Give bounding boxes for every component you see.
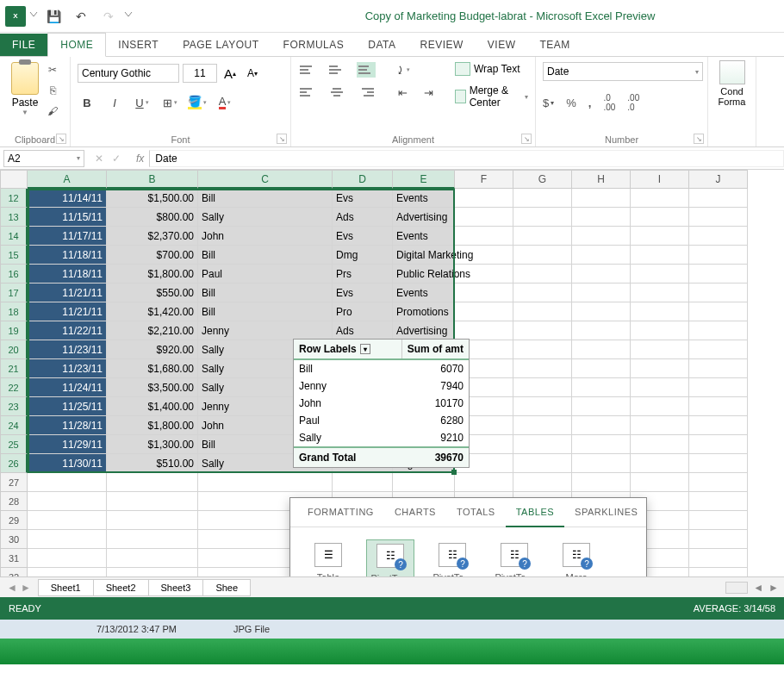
cell[interactable] [572,246,631,265]
col-header-B[interactable]: B [107,170,198,189]
row-header[interactable]: 15 [0,246,28,265]
cell[interactable] [631,302,689,321]
cell[interactable] [513,435,572,454]
enter-formula-icon[interactable]: ✓ [112,153,121,165]
cell[interactable] [689,511,748,530]
cell[interactable]: 11/22/11 [28,321,107,340]
cell[interactable] [689,435,748,454]
cell[interactable]: Promotions [393,302,455,321]
cell[interactable] [631,416,689,435]
italic-button[interactable]: I [105,95,124,110]
cell[interactable]: John [198,227,333,246]
tab-insert[interactable]: INSERT [106,34,171,56]
tab-pagelayout[interactable]: PAGE LAYOUT [171,34,271,56]
cell[interactable]: Sally [198,208,333,227]
cell[interactable]: Evs [333,227,393,246]
cell[interactable]: Bill [198,284,333,302]
cell[interactable] [689,473,748,492]
col-header-G[interactable]: G [513,170,572,189]
cell[interactable] [393,473,455,492]
cell[interactable]: Evs [333,189,393,208]
cell[interactable] [455,302,513,321]
qa-tab-totals[interactable]: TOTALS [446,498,506,527]
cell[interactable] [513,397,572,416]
cell[interactable]: 11/15/11 [28,208,107,227]
cell[interactable] [107,492,198,511]
cell[interactable]: $1,420.00 [107,302,198,321]
clipboard-launcher[interactable]: ↘ [56,134,66,144]
cell[interactable] [513,246,572,265]
pivot-filter-icon[interactable]: ▾ [360,344,370,354]
cell[interactable] [689,530,748,549]
comma-button[interactable]: , [588,93,592,112]
sheet-tab-1[interactable]: Sheet1 [38,579,94,596]
sheet-tab-3[interactable]: Sheet3 [148,579,204,596]
row-header[interactable]: 30 [0,530,28,549]
cell[interactable] [689,321,748,340]
tab-review[interactable]: REVIEW [408,34,475,56]
cell[interactable]: $700.00 [107,246,198,265]
qa-tab-sparklines[interactable]: SPARKLINES [564,498,648,527]
row-header[interactable]: 32 [0,568,28,576]
cell[interactable] [689,397,748,416]
tab-home[interactable]: HOME [47,33,106,57]
underline-button[interactable]: U▾ [133,95,152,110]
cell[interactable] [333,473,393,492]
row-header[interactable]: 16 [0,265,28,284]
cell[interactable] [631,454,689,473]
cell[interactable]: Evs [333,284,393,302]
row-header[interactable]: 29 [0,511,28,530]
format-painter-button[interactable]: 🖌 [43,103,62,119]
align-right-button[interactable] [357,84,376,100]
align-top-button[interactable] [298,62,317,78]
cell[interactable] [513,284,572,302]
cell[interactable]: $2,210.00 [107,321,198,340]
cell[interactable] [28,530,107,549]
qa-tab-charts[interactable]: CHARTS [384,498,446,527]
cell[interactable] [631,321,689,340]
cell[interactable] [689,359,748,378]
col-header-C[interactable]: C [198,170,333,189]
cell[interactable]: Events [393,227,455,246]
cell[interactable]: Prs [333,265,393,284]
row-header[interactable]: 13 [0,208,28,227]
hscroll-left[interactable] [725,582,748,594]
row-header[interactable]: 22 [0,378,28,397]
cell[interactable]: 11/25/11 [28,397,107,416]
cell[interactable] [572,189,631,208]
cell[interactable] [513,416,572,435]
cell[interactable] [572,340,631,359]
cell[interactable] [572,473,631,492]
sheet-tab-4[interactable]: Shee [202,579,251,596]
cell[interactable] [689,416,748,435]
col-header-I[interactable]: I [631,170,689,189]
cell[interactable]: 11/18/11 [28,265,107,284]
tab-team[interactable]: TEAM [528,34,582,56]
cell[interactable] [631,359,689,378]
row-header[interactable]: 20 [0,340,28,359]
cut-button[interactable]: ✂ [43,62,62,78]
merge-center-button[interactable]: Merge & Center▾ [455,84,528,109]
cell[interactable]: $3,500.00 [107,378,198,397]
cell[interactable]: $550.00 [107,284,198,302]
cell[interactable]: 11/28/11 [28,416,107,435]
cell[interactable] [513,189,572,208]
cell[interactable]: 11/30/11 [28,454,107,473]
cell[interactable] [513,208,572,227]
cell[interactable]: Advertising [393,208,455,227]
cell[interactable] [689,208,748,227]
cell[interactable] [631,189,689,208]
col-header-J[interactable]: J [689,170,748,189]
cell[interactable] [513,473,572,492]
cell[interactable] [28,473,107,492]
cell[interactable] [455,208,513,227]
cell[interactable] [631,340,689,359]
formula-input[interactable] [149,150,784,167]
cell[interactable]: $920.00 [107,340,198,359]
qa-item-more[interactable]: ☷More [552,539,600,576]
cell[interactable] [572,321,631,340]
cell[interactable]: 11/17/11 [28,227,107,246]
cell[interactable] [28,492,107,511]
decrease-indent-button[interactable]: ⇤ [393,84,412,100]
cell[interactable] [513,302,572,321]
